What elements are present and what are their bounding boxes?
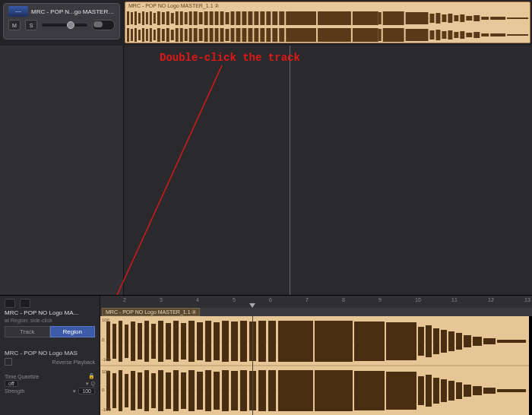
ruler-tick: 13 (524, 297, 530, 303)
svg-rect-26 (242, 11, 246, 25)
svg-rect-110 (144, 321, 149, 362)
svg-rect-136 (464, 335, 471, 347)
svg-rect-32 (279, 11, 284, 25)
volume-slider[interactable] (42, 24, 87, 27)
svg-rect-154 (205, 370, 211, 411)
strength-value[interactable]: 100 (78, 388, 95, 394)
svg-rect-88 (429, 30, 434, 40)
mute-button[interactable]: M (8, 20, 21, 30)
svg-rect-120 (222, 321, 229, 362)
track-name[interactable]: MRC - POP N...go MASTER_1 (31, 8, 115, 15)
playhead[interactable] (290, 46, 290, 295)
chevron-up-down-icon[interactable]: ▾ (73, 388, 76, 394)
audio-region-top[interactable]: MRC - POP NO Logo MASTER_1.1 ② (125, 2, 530, 43)
svg-rect-50 (127, 28, 129, 42)
svg-rect-133 (441, 330, 447, 353)
svg-rect-61 (171, 30, 174, 40)
region-title: MRC - POP NO Logo MASTER_1.1 ② (128, 3, 219, 9)
svg-rect-5 (142, 11, 144, 25)
svg-rect-3 (135, 11, 137, 25)
editor-ruler[interactable]: 2345678910111213 (100, 296, 532, 309)
editor-playhead[interactable] (252, 316, 253, 415)
svg-rect-47 (481, 17, 489, 20)
svg-rect-89 (435, 30, 440, 40)
waveform-bottom (100, 316, 532, 415)
svg-rect-56 (150, 28, 152, 42)
svg-rect-59 (162, 29, 165, 41)
svg-rect-122 (240, 321, 247, 362)
tool-icon[interactable] (20, 299, 30, 308)
ruler-tick: 7 (306, 297, 309, 303)
arrange-area[interactable] (0, 46, 532, 295)
svg-rect-129 (386, 322, 416, 360)
editor-wave-area[interactable]: 1000-1001000-100 (100, 316, 532, 415)
svg-rect-14 (180, 11, 183, 25)
time-quantize-mode-row[interactable]: off ▾Q (5, 380, 95, 387)
input-monitor-toggle[interactable] (92, 20, 115, 30)
svg-rect-48 (490, 17, 505, 20)
axis-label: -100 (102, 357, 111, 362)
svg-rect-12 (171, 13, 174, 24)
svg-rect-158 (240, 370, 247, 411)
tool-icon[interactable] (5, 299, 15, 308)
track-list-top: ~~ MRC - POP N...go MASTER_1 M S MRC - P… (0, 0, 532, 46)
solo-button[interactable]: S (25, 20, 37, 30)
svg-rect-72 (226, 29, 230, 41)
svg-rect-40 (435, 13, 440, 24)
svg-rect-54 (142, 28, 144, 42)
tab-region[interactable]: Region (50, 326, 96, 337)
chevron-up-down-icon[interactable]: ▾ (86, 381, 89, 387)
svg-rect-8 (154, 13, 156, 24)
svg-rect-62 (176, 28, 179, 42)
svg-rect-174 (483, 388, 496, 394)
svg-rect-138 (483, 338, 496, 344)
svg-rect-69 (210, 28, 214, 42)
audio-editor-panel: MRC - POP NO Logo MA... at Region; side-… (0, 295, 532, 415)
svg-rect-45 (466, 16, 472, 21)
svg-rect-114 (173, 321, 179, 362)
q-label: Q (91, 381, 95, 386)
tab-track[interactable]: Track (5, 326, 50, 337)
svg-rect-75 (242, 28, 246, 42)
svg-rect-118 (205, 321, 211, 362)
strength-row[interactable]: Strength ▾100 (5, 388, 95, 394)
svg-rect-79 (266, 28, 271, 42)
checkbox-icon[interactable] (5, 358, 12, 366)
tq-mode-value[interactable]: off (5, 380, 18, 387)
svg-rect-68 (204, 28, 208, 42)
ruler-tick: 2 (123, 297, 126, 303)
svg-rect-164 (354, 371, 385, 410)
svg-rect-51 (131, 29, 133, 41)
svg-rect-97 (490, 33, 505, 36)
svg-rect-73 (230, 28, 234, 42)
region-chip[interactable]: MRC - POP NO Logo MASTER_1.1 ② (102, 308, 200, 316)
svg-rect-4 (138, 13, 141, 24)
track-header[interactable]: ~~ MRC - POP N...go MASTER_1 M S (3, 3, 120, 40)
annotation-text: Double-click the track (160, 52, 300, 64)
svg-rect-46 (473, 15, 480, 21)
svg-rect-124 (258, 321, 266, 362)
svg-rect-119 (214, 322, 220, 360)
svg-rect-53 (138, 30, 141, 40)
svg-rect-55 (146, 29, 148, 41)
svg-rect-87 (406, 29, 429, 41)
svg-rect-92 (454, 32, 458, 38)
svg-rect-18 (199, 12, 203, 24)
reverse-playback-row[interactable]: Reverse Playback (5, 358, 95, 366)
svg-rect-162 (278, 370, 313, 411)
svg-rect-95 (473, 32, 480, 38)
svg-rect-2 (131, 12, 133, 24)
axis-label: 0 (102, 388, 104, 392)
region-name-field[interactable]: MRC - POP NO Logo MAS (5, 350, 95, 356)
svg-rect-20 (210, 11, 214, 25)
svg-rect-15 (185, 12, 188, 24)
svg-rect-64 (185, 29, 188, 41)
svg-rect-153 (197, 372, 203, 410)
svg-rect-11 (166, 11, 169, 25)
svg-rect-10 (162, 12, 165, 24)
svg-rect-98 (507, 34, 528, 36)
daw-window: ~~ MRC - POP N...go MASTER_1 M S MRC - P… (0, 0, 532, 415)
svg-rect-39 (429, 14, 434, 23)
axis-label: -100 (102, 407, 111, 412)
svg-rect-83 (318, 28, 351, 42)
